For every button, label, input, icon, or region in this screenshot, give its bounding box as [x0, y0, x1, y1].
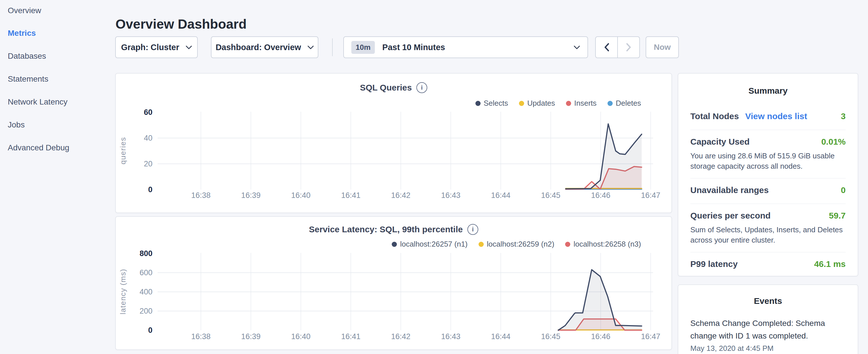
chevron-down-icon: [308, 45, 314, 49]
svg-text:200: 200: [140, 307, 152, 315]
summary-label: Unavailable ranges: [690, 185, 769, 195]
sql-queries-card: SQL Queries i SelectsUpdatesInsertsDelet…: [115, 73, 672, 213]
summary-panel: Summary Total Nodes View nodes list 3 Ca…: [678, 73, 858, 277]
svg-text:16:47: 16:47: [641, 191, 660, 200]
divider: [690, 130, 846, 130]
svg-text:800: 800: [140, 249, 152, 258]
svg-text:20: 20: [144, 160, 152, 168]
next-time-window-button[interactable]: [618, 37, 639, 58]
svg-text:latency (ms): latency (ms): [119, 269, 127, 315]
divider: [690, 252, 846, 252]
sidebar-item-jobs[interactable]: Jobs: [8, 119, 25, 131]
svg-text:16:44: 16:44: [491, 191, 510, 200]
dashboard-dropdown[interactable]: Dashboard: Overview: [211, 36, 318, 58]
service-latency-card: Service Latency: SQL, 99th percentile i …: [115, 216, 672, 350]
svg-text:queries: queries: [119, 137, 127, 164]
svg-text:16:47: 16:47: [641, 332, 660, 341]
events-title: Events: [690, 295, 846, 307]
sidebar-item-statements[interactable]: Statements: [8, 73, 49, 85]
summary-value: 0.01%: [821, 137, 846, 147]
sidebar-item-advanced-debug[interactable]: Advanced Debug: [8, 142, 69, 154]
svg-text:600: 600: [140, 268, 152, 277]
summary-label: P99 latency: [690, 259, 738, 269]
svg-text:0: 0: [148, 185, 152, 194]
controls-divider: [332, 38, 333, 56]
svg-text:16:39: 16:39: [241, 191, 261, 200]
now-button-label: Now: [654, 43, 671, 52]
svg-text:16:46: 16:46: [591, 191, 610, 200]
svg-text:16:41: 16:41: [341, 191, 361, 200]
time-range-badge: 10m: [351, 41, 375, 54]
summary-description: Sum of Selects, Updates, Inserts, and De…: [690, 225, 846, 245]
chevron-down-icon: [186, 45, 192, 49]
svg-text:16:43: 16:43: [441, 332, 461, 341]
summary-label: Total Nodes: [690, 111, 739, 121]
summary-row-queries-per-second: Queries per second 59.7: [690, 211, 846, 222]
previous-time-window-button[interactable]: [596, 37, 617, 58]
svg-text:16:46: 16:46: [591, 332, 610, 341]
admin-ui-page: Overview Metrics Databases Statements Ne…: [0, 0, 868, 354]
summary-title: Summary: [690, 85, 846, 97]
svg-text:16:38: 16:38: [191, 332, 211, 341]
graph-scope-label: Graph: Cluster: [121, 43, 179, 52]
page-title: Overview Dashboard: [116, 16, 247, 32]
summary-row-capacity-used: Capacity Used 0.01%: [690, 137, 846, 148]
sidebar-item-databases[interactable]: Databases: [8, 51, 46, 62]
summary-description: You are using 28.6 MiB of 515.9 GiB usab…: [690, 151, 846, 171]
svg-text:400: 400: [140, 288, 152, 296]
svg-text:16:40: 16:40: [291, 332, 311, 341]
summary-row-total-nodes: Total Nodes View nodes list 3: [690, 111, 846, 123]
chevron-right-icon: [626, 43, 631, 52]
sidebar-item-metrics[interactable]: Metrics: [8, 28, 36, 39]
view-nodes-list-link[interactable]: View nodes list: [745, 111, 807, 121]
svg-text:40: 40: [144, 134, 152, 142]
summary-value: 3: [841, 111, 846, 121]
summary-label: Capacity Used: [690, 137, 750, 147]
svg-text:16:39: 16:39: [241, 332, 261, 341]
sidebar-item-network-latency[interactable]: Network Latency: [8, 96, 68, 108]
time-range-dropdown[interactable]: 10m Past 10 Minutes: [343, 36, 588, 58]
svg-text:16:38: 16:38: [191, 191, 211, 200]
summary-row-p99-latency: P99 latency 46.1 ms: [690, 259, 846, 271]
summary-value: 59.7: [829, 211, 846, 221]
now-button[interactable]: Now: [646, 36, 679, 58]
svg-text:16:41: 16:41: [341, 332, 361, 341]
svg-text:16:42: 16:42: [391, 332, 411, 341]
svg-text:16:42: 16:42: [391, 191, 411, 200]
summary-row-unavailable-ranges: Unavailable ranges 0: [690, 185, 846, 197]
dashboard-label: Dashboard: Overview: [216, 43, 301, 52]
summary-label: Queries per second: [690, 211, 771, 221]
time-range-label: Past 10 Minutes: [382, 43, 445, 52]
service-latency-chart: 16:3816:3916:4016:4116:4216:4316:4416:45…: [116, 217, 672, 349]
summary-value: 0: [841, 185, 846, 195]
sql-queries-chart: 16:3816:3916:4016:4116:4216:4316:4416:45…: [116, 74, 672, 213]
event-item[interactable]: Schema Change Completed: Schema change w…: [690, 317, 846, 342]
events-panel: Events Schema Change Completed: Schema c…: [678, 284, 858, 354]
summary-value: 46.1 ms: [814, 259, 846, 269]
event-timestamp: May 13, 2020 at 4:45 PM: [690, 344, 846, 353]
svg-text:16:40: 16:40: [291, 191, 311, 200]
svg-text:60: 60: [144, 108, 152, 117]
svg-text:16:45: 16:45: [541, 332, 560, 341]
chevron-down-icon: [574, 45, 580, 49]
graph-scope-dropdown[interactable]: Graph: Cluster: [115, 36, 198, 58]
svg-text:0: 0: [148, 326, 152, 334]
svg-text:16:44: 16:44: [491, 332, 510, 341]
svg-text:16:45: 16:45: [541, 191, 560, 200]
svg-text:16:43: 16:43: [441, 191, 461, 200]
time-step-buttons: [595, 36, 640, 58]
sidebar-item-overview[interactable]: Overview: [8, 5, 41, 16]
chevron-left-icon: [604, 43, 609, 52]
divider: [690, 178, 846, 179]
